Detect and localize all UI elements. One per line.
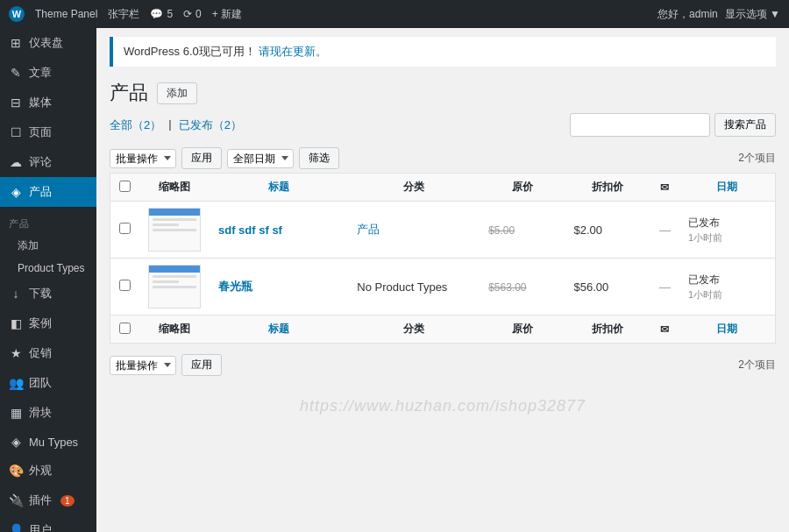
row2-checkbox[interactable] — [119, 280, 131, 291]
date-filter-select[interactable]: 全部日期 — [227, 149, 294, 168]
th-date-link[interactable]: 日期 — [716, 181, 737, 193]
sidebar-label-products: 产品 — [29, 184, 52, 200]
table-footer-row: 缩略图 标题 分类 原价 折扣价 ✉ 日期 — [110, 316, 776, 344]
row1-date-cell: 已发布 1小时前 — [679, 202, 776, 259]
sidebar-item-comments[interactable]: ☁ 评论 — [0, 147, 96, 177]
sidebar-item-promotions[interactable]: ★ 促销 — [0, 338, 96, 368]
theme-panel-item[interactable]: Theme Panel — [35, 8, 97, 20]
sidebar-item-posts[interactable]: ✎ 文章 — [0, 58, 96, 88]
promotions-icon: ★ — [9, 346, 23, 360]
greeting-text: 您好，admin — [658, 7, 718, 22]
sidebar-item-dashboard[interactable]: ⊞ 仪表盘 — [0, 28, 96, 58]
site-name-item[interactable]: 张宇栏 — [108, 7, 139, 22]
sidebar-sub-add-label: 添加 — [18, 239, 39, 252]
users-icon: 👤 — [9, 523, 23, 532]
update-icon: ⟳ — [183, 8, 192, 20]
sidebar: ⊞ 仪表盘 ✎ 文章 ⊟ 媒体 ☐ 页面 ☁ 评论 ◈ 产品 产品 添加 Pro… — [0, 28, 96, 532]
row1-price-sale: $2.00 — [574, 223, 603, 237]
add-product-button[interactable]: 添加 — [157, 82, 197, 104]
search-input[interactable] — [570, 113, 710, 137]
sidebar-item-downloads[interactable]: ↓ 下载 — [0, 279, 96, 309]
thumb-stripe-2 — [149, 266, 200, 273]
row2-category-cell: No Product Types — [348, 259, 480, 316]
search-area: 搜索产品 — [570, 113, 776, 137]
sidebar-item-products[interactable]: ◈ 产品 — [0, 177, 96, 207]
search-button[interactable]: 搜索产品 — [714, 113, 776, 137]
sidebar-sub-product-types[interactable]: Product Types — [0, 258, 96, 279]
sidebar-item-appearance[interactable]: 🎨 外观 — [0, 456, 96, 486]
team-icon: 👥 — [9, 376, 23, 390]
sidebar-label-pages: 页面 — [29, 124, 52, 140]
pages-icon: ☐ — [9, 125, 23, 139]
row1-category-link[interactable]: 产品 — [357, 223, 380, 236]
bulk-apply-btn-bottom[interactable]: 应用 — [181, 354, 222, 376]
bulk-action-select-top[interactable]: 批量操作 — [110, 149, 176, 168]
display-options-btn[interactable]: 显示选项 ▼ — [725, 7, 780, 22]
filter-links: 全部（2） | 已发布（2） — [110, 117, 242, 133]
row2-title-cell: 春光瓶 — [210, 259, 348, 316]
updates-count: 0 — [195, 8, 202, 20]
updates-item[interactable]: ⟳ 0 — [183, 8, 202, 20]
row2-icon-cell: — — [650, 259, 679, 316]
page-header: 产品 添加 — [96, 71, 789, 113]
row2-check — [110, 259, 140, 316]
sidebar-label-mu-types: Mu Types — [29, 436, 78, 449]
sidebar-item-sliders[interactable]: ▦ 滑块 — [0, 398, 96, 428]
select-all-checkbox[interactable] — [119, 181, 131, 192]
row1-title-cell: sdf sdf sf sf — [210, 202, 348, 259]
row2-dash: — — [659, 280, 671, 294]
admin-bar: W Theme Panel 张宇栏 💬 5 ⟳ 0 + 新建 您好，admin … — [0, 0, 789, 28]
bulk-apply-btn-top[interactable]: 应用 — [181, 147, 222, 169]
wp-logo-item[interactable]: W — [9, 6, 25, 22]
bulk-bar-bottom: 批量操作 应用 2个项目 — [96, 351, 789, 379]
filter-btn[interactable]: 筛选 — [299, 147, 339, 169]
comments-item[interactable]: 💬 5 — [150, 8, 173, 20]
sidebar-label-comments: 评论 — [29, 154, 52, 170]
sidebar-item-mu-types[interactable]: ◈ Mu Types — [0, 428, 96, 456]
th-sale-price: 折扣价 — [565, 174, 650, 202]
row1-icon-cell: — — [650, 202, 679, 259]
filter-all[interactable]: 全部（2） — [110, 117, 161, 133]
th-title-link[interactable]: 标题 — [268, 181, 289, 193]
table-header-row: 缩略图 标题 分类 原价 折扣价 ✉ 日期 — [110, 174, 776, 202]
tfoot-icon-col: ✉ — [650, 316, 679, 344]
sidebar-item-plugins[interactable]: 🔌 插件 1 — [0, 486, 96, 515]
tfoot-thumbnail: 缩略图 — [139, 316, 210, 344]
products-table: 缩略图 标题 分类 原价 折扣价 ✉ 日期 — [110, 173, 776, 344]
appearance-icon: 🎨 — [9, 464, 23, 478]
row1-original-price: $5.00 — [480, 202, 565, 259]
tfoot-date-link[interactable]: 日期 — [716, 323, 737, 335]
sidebar-sub-add[interactable]: 添加 — [0, 234, 96, 258]
row2-title-link[interactable]: 春光瓶 — [218, 280, 252, 293]
sidebar-item-cases[interactable]: ◧ 案例 — [0, 309, 96, 338]
bulk-left-bottom: 批量操作 应用 — [110, 354, 222, 376]
th-date: 日期 — [679, 174, 776, 202]
watermark: https://www.huzhan.com/ishop32877 — [96, 379, 789, 424]
new-item[interactable]: + 新建 — [212, 7, 242, 22]
admin-bar-right: 您好，admin 显示选项 ▼ — [658, 7, 780, 22]
update-notice: WordPress 6.0现已可用！ 请现在更新。 — [110, 37, 776, 67]
row1-checkbox[interactable] — [119, 223, 131, 234]
sidebar-item-team[interactable]: 👥 团队 — [0, 368, 96, 398]
row1-title-link[interactable]: sdf sdf sf sf — [218, 223, 282, 237]
update-notice-link[interactable]: 请现在更新。 — [259, 45, 327, 58]
select-all-footer-checkbox[interactable] — [119, 323, 131, 334]
bulk-action-select-bottom[interactable]: 批量操作 — [110, 356, 176, 375]
th-title: 标题 — [210, 174, 348, 202]
row2-sale-price: $56.00 — [565, 259, 650, 316]
tfoot-sale-price: 折扣价 — [565, 316, 650, 344]
item-count-bottom: 2个项目 — [738, 358, 776, 372]
sidebar-item-media[interactable]: ⊟ 媒体 — [0, 88, 96, 117]
plugins-icon: 🔌 — [9, 493, 23, 507]
sidebar-item-users[interactable]: 👤 用户 — [0, 515, 96, 532]
comments-icon: ☁ — [9, 155, 23, 169]
sidebar-item-pages[interactable]: ☐ 页面 — [0, 117, 96, 147]
tfoot-title-link[interactable]: 标题 — [268, 323, 289, 335]
row1-thumbnail-img — [148, 208, 201, 252]
row2-price-sale: $56.00 — [574, 280, 609, 294]
filter-published[interactable]: 已发布（2） — [179, 117, 242, 133]
thumb-line-2-2 — [153, 280, 179, 283]
row1-thumb — [139, 202, 210, 259]
site-name: 张宇栏 — [108, 7, 139, 22]
sidebar-label-cases: 案例 — [29, 316, 52, 331]
